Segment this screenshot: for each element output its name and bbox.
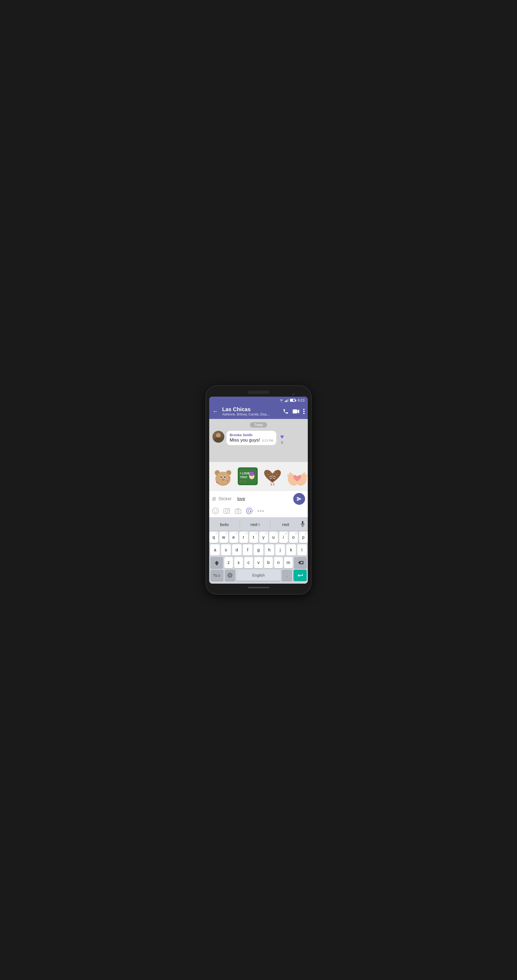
phone-device: 6:23 ← Las Chicas Adrienne, Britney, Cam…: [206, 386, 311, 594]
svg-point-40: [272, 475, 273, 476]
status-time: 6:23: [298, 398, 305, 402]
key-m[interactable]: m: [284, 557, 293, 568]
reaction-count: 8: [281, 441, 283, 444]
key-b[interactable]: b: [264, 557, 273, 568]
send-icon: [297, 496, 302, 501]
svg-text:♥: ♥: [216, 480, 218, 484]
sticker-4[interactable]: [286, 465, 308, 488]
battery-icon: [290, 399, 295, 402]
sticker-toolbar-icon[interactable]: [212, 508, 219, 514]
input-area: @ Sticker love: [209, 490, 308, 517]
signal-icon: [285, 399, 289, 402]
key-z[interactable]: z: [224, 557, 233, 568]
svg-text:YOU!: YOU!: [240, 476, 247, 479]
svg-point-55: [214, 510, 215, 511]
status-bar: 6:23: [209, 397, 308, 404]
sticker-1[interactable]: ♥ ♥ ♥: [211, 465, 235, 488]
space-key[interactable]: English: [237, 570, 281, 581]
key-s[interactable]: s: [221, 544, 230, 556]
send-button[interactable]: [293, 493, 305, 505]
sticker-2[interactable]: I LOVE YOU! ♥ ♥: [236, 465, 259, 488]
key-q[interactable]: 1q: [209, 532, 218, 543]
suggestion-1[interactable]: Bello: [209, 522, 239, 527]
svg-rect-2: [287, 399, 288, 402]
key-n[interactable]: n: [274, 557, 283, 568]
sticker-3[interactable]: [261, 465, 284, 488]
svg-point-35: [268, 474, 269, 476]
key-t[interactable]: 5t: [249, 532, 258, 543]
sticker-strip: ♥ ♥ ♥ I LOVE YOU! ♥: [209, 462, 308, 490]
photo-toolbar-icon[interactable]: [223, 508, 230, 514]
svg-point-20: [222, 479, 223, 480]
chat-area: Today Brooke Smith Miss you guys! 6:23 P…: [209, 419, 308, 462]
key-a[interactable]: a: [210, 544, 220, 556]
keyboard: Bello Hell I Hell 1q: [209, 517, 308, 584]
back-button[interactable]: ←: [212, 408, 219, 415]
svg-point-65: [262, 510, 263, 512]
key-w[interactable]: 2w: [219, 532, 228, 543]
key-p[interactable]: 0p: [299, 532, 308, 543]
suggestion-3[interactable]: Hell: [270, 522, 301, 527]
key-x[interactable]: x: [234, 557, 243, 568]
svg-rect-3: [288, 399, 289, 402]
message-reaction[interactable]: ♥ 8: [280, 433, 284, 444]
svg-point-64: [260, 510, 261, 512]
call-button[interactable]: [283, 409, 289, 414]
key-v[interactable]: v: [254, 557, 263, 568]
message-content: Miss you guys! 6:23 PM: [230, 438, 273, 443]
keyboard-bottom-padding: [209, 582, 308, 584]
phone-camera: [292, 393, 295, 396]
backspace-key[interactable]: [294, 557, 307, 568]
svg-point-56: [216, 510, 217, 511]
input-typed-text: love: [237, 496, 245, 501]
enter-key[interactable]: [294, 570, 307, 581]
key-e[interactable]: 3e: [230, 532, 238, 543]
key-i[interactable]: 8i: [279, 532, 288, 543]
key-u[interactable]: 7u: [269, 532, 278, 543]
key-rows: 1q 2w 3e 4r 5t 6y 7u 8i 9o 0p a s d f: [209, 531, 308, 568]
suggestion-2[interactable]: Hell I: [240, 522, 270, 527]
key-k[interactable]: k: [286, 544, 296, 556]
mention-toolbar-icon[interactable]: [246, 508, 253, 514]
sticker-label: Sticker: [219, 496, 231, 501]
svg-text:♥: ♥: [244, 480, 245, 483]
globe-key[interactable]: [225, 570, 235, 581]
key-d[interactable]: d: [232, 544, 241, 556]
shift-key[interactable]: [210, 557, 223, 568]
key-f[interactable]: f: [243, 544, 252, 556]
date-badge: Today: [212, 422, 305, 427]
key-j[interactable]: j: [276, 544, 285, 556]
home-bar[interactable]: [248, 587, 269, 588]
chat-title: Las Chicas: [222, 406, 280, 412]
symbols-key[interactable]: ?1☺: [210, 570, 223, 581]
more-button[interactable]: [303, 409, 305, 414]
more-toolbar-icon[interactable]: [257, 510, 264, 512]
key-row-2: a s d f g h j k l: [210, 544, 307, 556]
phone-bottom-bar: [209, 587, 308, 588]
svg-text:♥: ♥: [241, 479, 242, 482]
key-l[interactable]: l: [297, 544, 307, 556]
period-key[interactable]: .: [282, 570, 292, 581]
message-row: Brooke Smith Miss you guys! 6:23 PM ♥ 8: [212, 431, 305, 445]
key-h[interactable]: h: [265, 544, 274, 556]
key-c[interactable]: c: [244, 557, 253, 568]
svg-rect-4: [293, 409, 297, 413]
key-g[interactable]: g: [254, 544, 263, 556]
mic-icon[interactable]: [301, 521, 308, 528]
svg-rect-70: [216, 565, 217, 565]
key-r[interactable]: 4r: [239, 532, 248, 543]
svg-point-54: [212, 508, 219, 514]
avatar: [212, 431, 224, 443]
key-y[interactable]: 6y: [259, 532, 268, 543]
key-o[interactable]: 9o: [289, 532, 298, 543]
bottom-key-row: ?1☺ English .: [209, 570, 308, 581]
svg-rect-60: [235, 509, 241, 514]
svg-point-38: [276, 474, 278, 475]
camera-toolbar-icon[interactable]: [235, 508, 241, 514]
svg-point-59: [228, 509, 229, 510]
heart-reaction-icon: ♥: [280, 433, 284, 441]
svg-point-7: [303, 410, 305, 412]
video-button[interactable]: [292, 409, 300, 414]
svg-rect-47: [273, 483, 274, 486]
header-actions: [283, 409, 305, 414]
